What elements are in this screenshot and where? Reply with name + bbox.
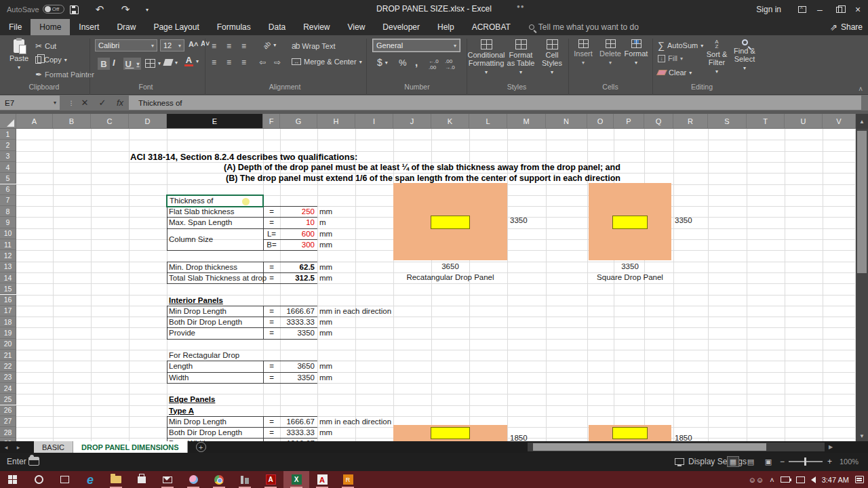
column-header-O[interactable]: O <box>587 114 614 129</box>
percent-style-button[interactable]: % <box>399 58 407 68</box>
row-header-21[interactable]: 21 <box>0 350 16 361</box>
scroll-up-arrow[interactable]: ▲ <box>856 114 868 129</box>
zoom-in-button[interactable]: + <box>827 457 832 466</box>
cell-value[interactable]: 3650 <box>277 362 315 370</box>
cell-label[interactable]: Provide <box>169 327 195 338</box>
column-shape[interactable] <box>431 216 470 229</box>
minimize-button[interactable]: – <box>810 0 830 19</box>
borders-button[interactable]: ▾ <box>145 59 161 68</box>
taskbar-chrome-button[interactable] <box>206 471 232 488</box>
row-header-12[interactable]: 12 <box>0 250 16 261</box>
row-header-25[interactable]: 25 <box>0 394 16 405</box>
align-left-icon[interactable]: ≡ <box>212 58 216 67</box>
align-bottom-icon[interactable]: ≡ <box>241 41 245 51</box>
row-header-15[interactable]: 15 <box>0 283 16 294</box>
insert-cells-button[interactable]: Insert▾ <box>571 39 595 67</box>
sort-filter-button[interactable]: AZ Sort & Filter▾ <box>704 39 730 76</box>
column-header-S[interactable]: S <box>708 114 747 129</box>
taskbar-excel-button[interactable]: X <box>283 471 309 488</box>
delete-cells-button[interactable]: Delete▾ <box>597 39 624 67</box>
accounting-format-button[interactable]: $ ▾ <box>377 57 388 68</box>
cancel-entry-button[interactable]: ✕ <box>76 95 94 110</box>
share-button[interactable]: ⇗Share <box>830 19 863 35</box>
paste-button[interactable]: Paste▾ <box>5 39 33 72</box>
scroll-down-arrow[interactable]: ▼ <box>856 430 868 441</box>
column-header-L[interactable]: L <box>469 114 507 129</box>
cell-label[interactable]: Drop Width <box>169 438 208 441</box>
comma-style-button[interactable]: , <box>415 56 418 68</box>
worksheet-note[interactable]: (B) The drop panel must extend 1/6 of th… <box>226 174 620 183</box>
column-header-G[interactable]: G <box>280 114 317 129</box>
row-header-19[interactable]: 19 <box>0 327 16 338</box>
row-header-26[interactable]: 26 <box>0 405 16 416</box>
cell-value[interactable]: 3333.33 <box>277 318 315 326</box>
align-center-icon[interactable]: ≡ <box>226 58 231 67</box>
cell-label[interactable]: Flat Slab thickness <box>169 206 235 217</box>
row-header-17[interactable]: 17 <box>0 306 16 317</box>
row-header-18[interactable]: 18 <box>0 317 16 327</box>
row-header-7[interactable]: 7 <box>0 195 16 206</box>
volume-icon[interactable] <box>811 476 816 483</box>
tab-scroll-splitter[interactable]: ●● <box>517 3 525 9</box>
insert-function-button[interactable]: fx <box>111 95 129 110</box>
cell-label[interactable]: Length <box>169 361 193 371</box>
cell-unit[interactable]: mm <box>319 373 332 382</box>
column-header-Q[interactable]: Q <box>644 114 673 129</box>
select-all-corner[interactable] <box>0 114 16 129</box>
increase-font-icon[interactable]: A˄ <box>189 40 198 48</box>
cell-styles-button[interactable]: Cell Styles▾ <box>538 39 566 77</box>
new-sheet-button[interactable]: + <box>196 442 206 452</box>
cell-label[interactable]: Max. Span Length <box>169 217 232 228</box>
section-heading[interactable]: Interior Panels <box>169 296 223 304</box>
row-header-2[interactable]: 2 <box>0 140 16 150</box>
align-middle-icon[interactable]: ≡ <box>226 41 231 51</box>
zoom-out-button[interactable]: − <box>780 457 785 466</box>
taskbar-file-explorer-button[interactable] <box>103 471 129 488</box>
cell-label[interactable]: Total Slab Thickness at drop <box>169 272 267 283</box>
find-select-button[interactable]: Find & Select▾ <box>731 39 758 73</box>
cell-unit[interactable]: mm <box>319 439 332 441</box>
cell-unit[interactable]: m <box>319 218 326 226</box>
horizontal-scrollbar-thumb[interactable] <box>533 443 766 451</box>
cell-value[interactable]: 250 <box>277 207 315 216</box>
row-header-14[interactable]: 14 <box>0 272 16 283</box>
format-painter-button[interactable]: ✒Format Painter <box>35 70 94 79</box>
action-center-icon[interactable] <box>855 476 864 483</box>
vertical-scrollbar-thumb[interactable] <box>857 131 867 273</box>
tray-chevron-icon[interactable]: ˄ <box>770 476 774 484</box>
active-cell-editor[interactable]: Thickness of <box>166 195 264 207</box>
ribbon-tab-home[interactable]: Home <box>31 19 70 35</box>
column-header-C[interactable]: C <box>91 114 129 129</box>
column-header-V[interactable]: V <box>823 114 856 129</box>
conditional-formatting-button[interactable]: Conditional Formatting▾ <box>469 39 503 77</box>
ribbon-tab-file[interactable]: File <box>0 19 31 35</box>
font-color-button[interactable]: A▾ <box>184 56 199 66</box>
cell-unit[interactable]: mm <box>319 428 332 436</box>
taskbar-store-button[interactable] <box>129 471 155 488</box>
row-header-24[interactable]: 24 <box>0 383 16 394</box>
row-header-16[interactable]: 16 <box>0 295 16 306</box>
network-icon[interactable] <box>796 476 805 483</box>
cell-unit[interactable]: mm <box>319 362 332 370</box>
column-shape[interactable] <box>612 216 648 229</box>
row-header-9[interactable]: 9 <box>0 217 16 228</box>
cell-label[interactable]: Min Drop Length <box>169 416 226 427</box>
row-header-10[interactable]: 10 <box>0 228 16 239</box>
align-top-icon[interactable]: ≡ <box>212 41 216 51</box>
cell-value[interactable]: 600 <box>277 230 315 238</box>
row-header-13[interactable]: 13 <box>0 262 16 272</box>
cell-value[interactable]: 312.5 <box>277 274 315 282</box>
orientation-button[interactable]: ab▾ <box>263 41 276 49</box>
ribbon-tab-view[interactable]: View <box>339 19 374 35</box>
taskbar-app-gray-button[interactable] <box>232 471 258 488</box>
row-header-6[interactable]: 6 <box>0 184 16 195</box>
column-header-K[interactable]: K <box>431 114 469 129</box>
format-as-table-button[interactable]: Format as Table▾ <box>505 39 537 77</box>
close-button[interactable]: × <box>848 0 868 19</box>
cell-value[interactable]: 1916.67 <box>277 439 315 441</box>
worksheet-note[interactable]: (A) Depth of the drop panel must be at l… <box>224 163 620 172</box>
row-header-28[interactable]: 28 <box>0 427 16 438</box>
column-header-B[interactable]: B <box>53 114 91 129</box>
cell-unit[interactable]: mm <box>319 207 332 216</box>
column-header-J[interactable]: J <box>393 114 431 129</box>
